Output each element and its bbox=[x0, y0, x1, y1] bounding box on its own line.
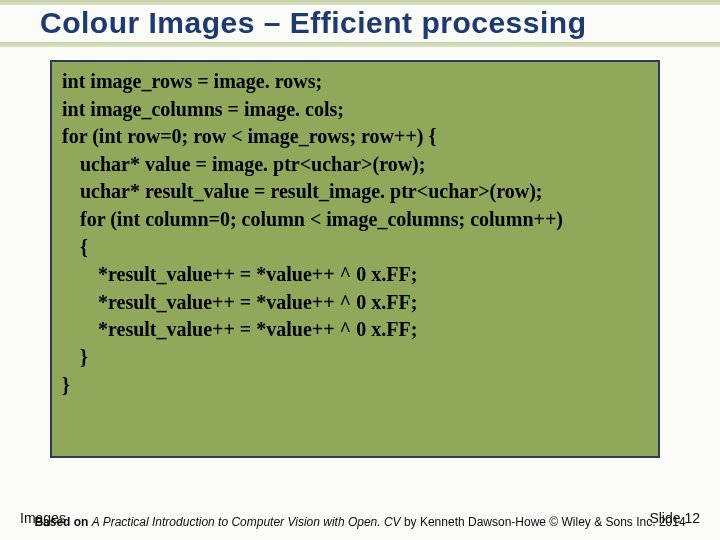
code-line: { bbox=[80, 234, 648, 262]
slide: Colour Images – Efficient processing int… bbox=[0, 0, 720, 540]
code-line: for (int row=0; row < image_rows; row++)… bbox=[62, 123, 648, 151]
footer: Images Based on A Practical Introduction… bbox=[0, 486, 720, 534]
code-line: *result_value++ = *value++ ^ 0 x.FF; bbox=[98, 261, 648, 289]
code-line: for (int column=0; column < image_column… bbox=[80, 206, 648, 234]
slide-title: Colour Images – Efficient processing bbox=[40, 6, 700, 40]
decor-band-under-title bbox=[0, 42, 720, 47]
code-line: int image_columns = image. cols; bbox=[62, 96, 648, 124]
code-line: uchar* result_value = result_image. ptr<… bbox=[80, 178, 648, 206]
footer-center: Based on A Practical Introduction to Com… bbox=[0, 515, 720, 530]
footer-center-prefix: Based on bbox=[34, 515, 91, 529]
decor-band-top bbox=[0, 0, 720, 5]
footer-right: Slide 12 bbox=[649, 510, 700, 526]
code-line: *result_value++ = *value++ ^ 0 x.FF; bbox=[98, 289, 648, 317]
code-block: int image_rows = image. rows; int image_… bbox=[50, 60, 660, 458]
code-line: int image_rows = image. rows; bbox=[62, 68, 648, 96]
footer-center-suffix: by Kenneth Dawson-Howe © Wiley & Sons In… bbox=[401, 515, 686, 529]
code-line: uchar* value = image. ptr<uchar>(row); bbox=[80, 151, 648, 179]
footer-center-title: A Practical Introduction to Computer Vis… bbox=[92, 515, 401, 529]
code-line: } bbox=[80, 344, 648, 372]
code-line: } bbox=[62, 372, 648, 400]
code-line: *result_value++ = *value++ ^ 0 x.FF; bbox=[98, 316, 648, 344]
